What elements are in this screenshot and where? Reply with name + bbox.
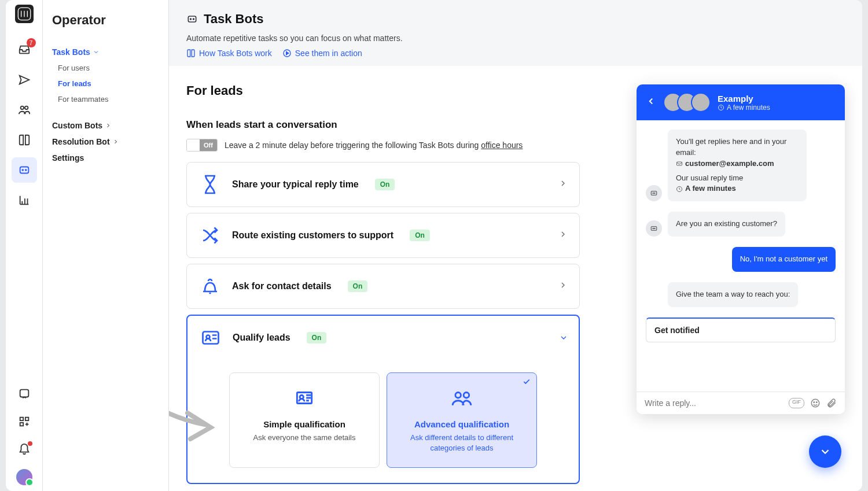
inbox-icon[interactable]: 7	[12, 37, 37, 62]
sidebar-resolution-bot[interactable]: Resolution Bot	[52, 134, 159, 150]
sidebar-for-users[interactable]: For users	[52, 60, 159, 76]
bot-card-qualify[interactable]: Qualify leads On Simple qualification	[186, 315, 580, 484]
svg-point-5	[25, 169, 26, 171]
bot-title: Share your typical reply time	[232, 179, 359, 190]
chat-message-user: No, I'm not a customer yet	[732, 247, 836, 272]
svg-point-29	[811, 399, 819, 407]
status-badge: On	[410, 230, 430, 241]
sidebar-custom-bots[interactable]: Custom Bots	[52, 117, 159, 134]
bot-card-contact[interactable]: Ask for contact details On	[186, 264, 580, 309]
option-desc: Ask everyone the same details	[238, 433, 371, 443]
play-icon	[282, 49, 292, 58]
chevron-right-icon	[112, 138, 119, 145]
option-desc: Ask different details to different categ…	[395, 433, 528, 453]
emoji-icon[interactable]	[810, 398, 821, 408]
svg-rect-14	[203, 332, 219, 344]
sidebar-resolution-bot-label: Resolution Bot	[52, 137, 110, 146]
svg-rect-24	[677, 162, 682, 165]
sidebar-title: Operator	[52, 13, 159, 28]
hourglass-icon	[198, 173, 222, 196]
svg-point-19	[464, 393, 469, 398]
sidebar-task-bots-label: Task Bots	[52, 47, 90, 57]
bot-avatar-icon	[646, 220, 662, 237]
messenger-settings-icon[interactable]	[12, 381, 37, 407]
toggle-label: Off	[200, 139, 217, 151]
svg-point-11	[190, 19, 192, 20]
contacts-icon[interactable]	[12, 97, 37, 123]
operator-icon[interactable]	[12, 157, 37, 183]
gif-icon[interactable]: GIF	[789, 398, 804, 408]
status-badge: On	[348, 280, 368, 292]
svg-point-22	[653, 193, 653, 194]
chat-message: You'll get replies here and in your emai…	[668, 130, 807, 201]
svg-point-4	[22, 169, 23, 171]
status-badge: On	[307, 332, 327, 344]
chat-back-button[interactable]	[646, 96, 656, 109]
chevron-right-icon	[558, 179, 568, 190]
sidebar-settings-label: Settings	[52, 153, 84, 163]
notify-card[interactable]: Get notified	[646, 318, 836, 342]
single-card-icon	[238, 387, 371, 411]
reports-icon[interactable]	[12, 187, 37, 213]
sidebar: Operator Task Bots For users For leads F…	[43, 0, 169, 491]
svg-rect-8	[25, 418, 28, 421]
svg-point-27	[653, 228, 653, 228]
icon-rail: 7	[6, 0, 43, 491]
notification-dot	[28, 441, 32, 446]
svg-rect-9	[20, 423, 23, 426]
chat-message: Are you an existing customer?	[668, 212, 785, 237]
office-hours-link[interactable]: office hours	[481, 141, 523, 150]
chat-header: Examply A few minutes	[637, 84, 845, 120]
main-header: Task Bots Automate repetitive tasks so y…	[169, 0, 862, 66]
svg-point-28	[654, 228, 655, 228]
attach-icon[interactable]	[826, 398, 837, 408]
send-icon[interactable]	[12, 67, 37, 93]
svg-point-30	[814, 402, 815, 403]
svg-rect-10	[188, 16, 196, 22]
help-how-link[interactable]: How Task Bots work	[186, 49, 272, 58]
chat-widget: Examply A few minutes You'll get replies…	[637, 84, 845, 414]
svg-point-12	[193, 19, 194, 20]
route-icon	[198, 224, 222, 247]
chat-input-row: GIF	[637, 392, 845, 414]
svg-point-18	[455, 393, 461, 398]
chat-reply-input[interactable]	[645, 398, 783, 408]
book-icon	[186, 49, 196, 58]
svg-rect-7	[20, 418, 23, 421]
notify-title: Get notified	[654, 326, 827, 335]
bell-icon	[198, 275, 222, 298]
chat-message: Give the team a way to reach you:	[668, 282, 798, 307]
chat-name: Examply	[718, 94, 770, 104]
sidebar-settings[interactable]: Settings	[52, 150, 159, 166]
qualify-advanced-option[interactable]: Advanced qualification Ask different det…	[387, 372, 537, 468]
qualify-simple-option[interactable]: Simple qualification Ask everyone the sa…	[229, 372, 380, 468]
svg-point-31	[816, 402, 818, 403]
option-title: Simple qualification	[238, 419, 371, 429]
bot-card-route[interactable]: Route existing customers to support On	[186, 213, 580, 258]
svg-point-1	[20, 106, 24, 110]
chevron-down-icon	[93, 49, 100, 56]
bot-card-reply-time[interactable]: Share your typical reply time On	[186, 162, 580, 207]
sidebar-for-teammates[interactable]: For teammates	[52, 91, 159, 107]
chat-meta: A few minutes	[718, 104, 770, 112]
sidebar-task-bots[interactable]: Task Bots	[52, 44, 159, 60]
chevron-down-icon	[557, 333, 568, 342]
message-email: customer@example.com	[685, 158, 774, 169]
svg-rect-3	[20, 167, 28, 173]
chat-launcher-button[interactable]	[809, 435, 841, 468]
id-card-icon	[199, 326, 222, 349]
help-action-label: See them in action	[295, 49, 362, 58]
app-logo-icon[interactable]	[15, 5, 34, 23]
mail-icon	[676, 160, 683, 167]
notifications-icon[interactable]	[12, 437, 37, 462]
apps-icon[interactable]	[12, 409, 37, 434]
user-avatar[interactable]	[15, 468, 34, 486]
chevron-right-icon	[558, 280, 568, 292]
clock-icon	[676, 186, 683, 193]
avatar	[691, 93, 711, 112]
option-title: Advanced qualification	[395, 419, 528, 429]
sidebar-for-leads[interactable]: For leads	[52, 76, 159, 91]
delay-toggle[interactable]: Off	[186, 139, 218, 152]
articles-icon[interactable]	[12, 127, 37, 153]
help-action-link[interactable]: See them in action	[282, 49, 362, 58]
